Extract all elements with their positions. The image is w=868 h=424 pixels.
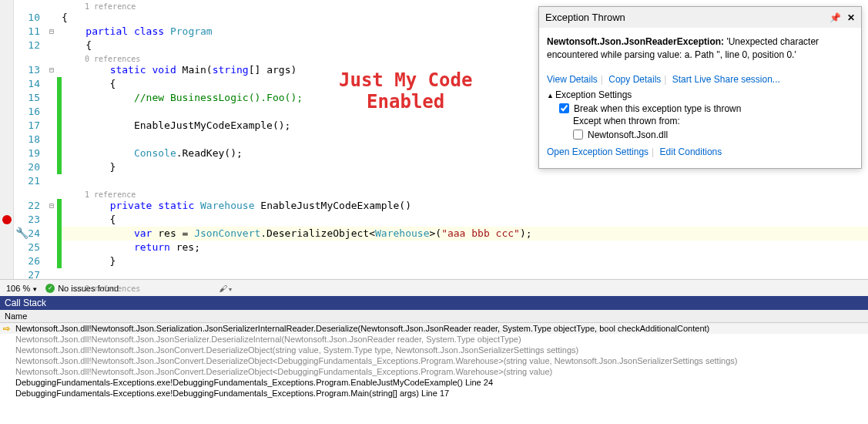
code-line[interactable]: }: [62, 254, 868, 268]
fold-gutter[interactable]: ⊟⊟⊟: [46, 0, 57, 279]
callstack-row[interactable]: Newtonsoft.Json.dll!Newtonsoft.Json.Json…: [0, 366, 868, 377]
view-details-link[interactable]: View Details: [547, 74, 598, 85]
except-item-label: Newtonsoft.Json.dll: [588, 130, 668, 140]
callstack-title: Call Stack: [0, 296, 868, 310]
except-from-label: Except when thrown from:: [573, 116, 853, 126]
code-line[interactable]: [62, 174, 868, 188]
codelens[interactable]: 1 reference: [62, 188, 868, 199]
current-frame-icon: ⇨: [3, 324, 10, 334]
callstack-row[interactable]: ⇨Newtonsoft.Json.dll!Newtonsoft.Json.Ser…: [0, 323, 868, 334]
code-line[interactable]: {: [62, 213, 868, 227]
close-icon[interactable]: ✕: [847, 12, 855, 23]
wrench-icon[interactable]: 🔧: [15, 227, 28, 239]
breakpoint-icon[interactable]: [2, 215, 12, 224]
callstack-row[interactable]: Newtonsoft.Json.dll!Newtonsoft.Json.Json…: [0, 355, 868, 366]
callstack-rows[interactable]: ⇨Newtonsoft.Json.dll!Newtonsoft.Json.Ser…: [0, 323, 868, 399]
code-line[interactable]: [62, 268, 868, 282]
exception-settings-toggle[interactable]: ▲Exception Settings: [547, 89, 853, 100]
callstack-column-header[interactable]: Name: [0, 310, 868, 323]
code-line[interactable]: var res = JsonConvert.DeserializeObject<…: [62, 227, 868, 241]
pin-icon[interactable]: 📌: [829, 12, 841, 23]
exception-title: Exception Thrown: [545, 12, 625, 23]
open-settings-link[interactable]: Open Exception Settings: [547, 146, 648, 157]
copy-details-link[interactable]: Copy Details: [608, 74, 661, 85]
except-item-checkbox[interactable]: [573, 130, 583, 140]
code-line[interactable]: private static Warehouse EnableJustMyCod…: [62, 199, 868, 213]
breakpoint-gutter[interactable]: 🔧: [0, 0, 14, 279]
code-line[interactable]: return res;: [62, 241, 868, 254]
callstack-row[interactable]: Newtonsoft.Json.dll!Newtonsoft.Json.Json…: [0, 345, 868, 355]
exception-popup: Exception Thrown 📌 ✕ Newtonsoft.Json.Jso…: [538, 6, 862, 169]
callstack-row[interactable]: DebuggingFundamentals-Exceptions.exe!Deb…: [0, 377, 868, 388]
break-label: Break when this exception type is thrown: [574, 103, 741, 114]
overlay-annotation: Just My Code Enabled: [339, 69, 472, 113]
break-checkbox[interactable]: [559, 103, 569, 113]
live-share-link[interactable]: Start Live Share session...: [672, 74, 780, 85]
callstack-row[interactable]: Newtonsoft.Json.dll!Newtonsoft.Json.Json…: [0, 334, 868, 345]
edit-conditions-link[interactable]: Edit Conditions: [660, 146, 722, 157]
callstack-row[interactable]: DebuggingFundamentals-Exceptions.exe!Deb…: [0, 388, 868, 399]
codelens[interactable]: 0 references: [62, 282, 868, 293]
exception-message: Newtonsoft.Json.JsonReaderException: 'Un…: [547, 35, 853, 62]
